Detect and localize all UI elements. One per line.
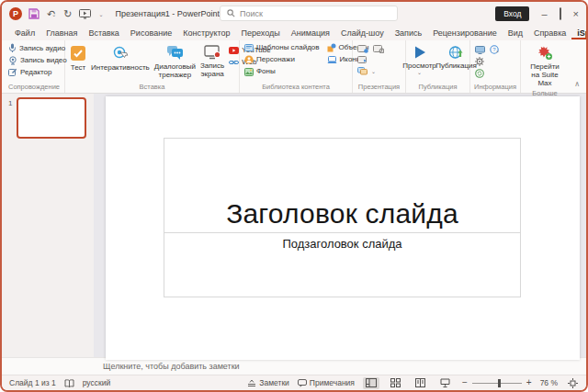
quiz-button[interactable]: Тест <box>68 42 88 72</box>
interaction-button[interactable]: Интерактивность <box>89 42 152 72</box>
editor-icon <box>8 68 17 77</box>
backgrounds-button[interactable]: Фоны <box>243 66 277 77</box>
tab-insert[interactable]: Вставка <box>83 28 124 39</box>
statusbar-right: Заметки Примечания − + <box>247 377 579 389</box>
ribbon-tabs: Файл Главная Вставка Рисование Конструкт… <box>2 26 586 40</box>
comments-icon <box>298 379 307 387</box>
view-slide-sorter-button[interactable] <box>388 377 404 389</box>
tab-transitions[interactable]: Переходы <box>236 28 286 39</box>
view-slideshow-button[interactable] <box>437 377 454 389</box>
group-accompany: Запись аудио Запись видео Редактор Сопро… <box>4 40 65 93</box>
powerpoint-window: P ↶ ⌄ ↻ ⌄ Презентация1 - PowerPoint Prev… <box>0 0 588 392</box>
tab-home[interactable]: Главная <box>40 28 83 39</box>
interaction-label: Интерактивность <box>91 63 150 72</box>
tab-draw[interactable]: Рисование <box>125 28 177 39</box>
close-button[interactable]: × <box>573 9 579 19</box>
collapse-ribbon-button[interactable]: ∧ <box>574 81 580 88</box>
dialog-sim-button[interactable]: Диалоговый тренажер <box>153 42 198 79</box>
zoom-control: − + <box>462 378 532 387</box>
title-placeholder[interactable]: Заголовок слайда <box>164 138 521 233</box>
preview-button[interactable]: Просмотр ⌄ <box>402 42 437 76</box>
subtitle-placeholder[interactable]: Подзаголовок слайда <box>164 232 521 297</box>
screen-recording-button[interactable]: Запись экрана <box>198 42 226 78</box>
microphone-icon <box>8 43 17 53</box>
slide-thumbnail-panel[interactable]: 1 <box>2 94 94 357</box>
player-button[interactable] <box>357 56 368 64</box>
zoom-slider-handle[interactable] <box>498 379 501 387</box>
group-label-content-library: Библиотека контента <box>243 82 349 93</box>
preview-label: Просмотр <box>402 62 436 70</box>
notes-toggle-button[interactable]: Заметки <box>247 378 289 387</box>
view-reading-button[interactable] <box>413 377 429 389</box>
tab-ispring-suite[interactable]: iSpring Suite 11 <box>571 28 588 39</box>
thumbnail-number: 1 <box>8 99 12 107</box>
tab-animations[interactable]: Анимация <box>286 28 335 39</box>
search-placeholder: Поиск <box>240 9 263 18</box>
search-input[interactable]: Поиск <box>220 6 398 21</box>
backgrounds-label: Фоны <box>256 67 276 76</box>
presentation-settings-button[interactable] <box>373 45 384 53</box>
slide-templates-button[interactable]: Шаблоны слайдов <box>243 42 322 53</box>
slide-thumbnail-1[interactable] <box>17 97 86 139</box>
tab-record[interactable]: Запись <box>390 28 428 39</box>
publish-button[interactable]: Публикация <box>439 42 474 70</box>
settings-gear-button[interactable] <box>475 57 484 66</box>
icons-library-icon <box>327 56 337 64</box>
minimize-button[interactable]: – <box>541 9 547 19</box>
powerpoint-logo-icon: P <box>9 7 22 20</box>
maximize-button[interactable] <box>560 9 561 19</box>
editor-button[interactable]: Редактор <box>6 67 53 78</box>
group-insert: Тест Интерактивность Диалоговый тренажер… <box>65 40 240 93</box>
record-video-label: Запись видео <box>20 56 67 65</box>
signin-button[interactable]: Вход <box>495 6 529 21</box>
save-icon[interactable] <box>28 8 40 19</box>
suite-max-button[interactable]: Перейти на Suite Max <box>524 42 566 88</box>
slide-subtitle-text: Подзаголовок слайда <box>282 233 401 251</box>
tab-review[interactable]: Рецензирование <box>427 28 503 39</box>
titlebar-right: Вход – × <box>495 6 579 21</box>
slide-editor: Заголовок слайда Подзаголовок слайда <box>94 94 586 357</box>
group-label-accompany: Сопровождение <box>6 82 62 93</box>
group-information: ? ⌄ Информация <box>470 40 521 93</box>
group-label-insert: Вставка <box>68 82 236 93</box>
screen-recording-label: Запись экрана <box>200 62 224 78</box>
interaction-icon <box>112 45 129 62</box>
system-info-button[interactable] <box>475 46 485 54</box>
record-video-button[interactable]: Запись видео <box>6 55 69 66</box>
spellcheck-button[interactable] <box>64 379 74 387</box>
record-audio-button[interactable]: Запись аудио <box>6 42 67 54</box>
quiz-icon <box>70 45 86 62</box>
tab-view[interactable]: Вид <box>503 28 528 39</box>
characters-button[interactable]: Персонажи <box>243 54 297 65</box>
qat-customize-icon[interactable]: ⌄ <box>98 11 103 17</box>
language-indicator[interactable]: русский <box>83 378 111 387</box>
preview-dropdown-icon: ⌄ <box>417 70 422 76</box>
tab-file[interactable]: Файл <box>9 28 40 39</box>
undo-button[interactable]: ↶ ⌄ <box>47 9 56 19</box>
help-button[interactable]: ? ⌄ <box>490 45 500 54</box>
zoom-in-button[interactable]: + <box>526 378 532 387</box>
slide-title-text: Заголовок слайда <box>226 198 458 232</box>
tab-design[interactable]: Конструктор <box>177 28 235 39</box>
zoom-out-button[interactable]: − <box>462 378 468 387</box>
view-slideshow-icon <box>440 378 450 387</box>
group-presentation: ⌄ Презентация <box>353 40 406 93</box>
zoom-percentage[interactable]: 76 % <box>540 378 558 387</box>
tab-slideshow[interactable]: Слайд-шоу <box>335 28 390 39</box>
fit-slide-button[interactable] <box>566 377 579 389</box>
characters-icon <box>244 55 254 64</box>
help-dropdown-icon: ⌄ <box>495 47 500 53</box>
comments-button[interactable]: Примечания <box>298 378 355 387</box>
group-label-information: Информация <box>473 82 517 93</box>
presentation-info-button[interactable] <box>357 45 368 53</box>
tab-help[interactable]: Справка <box>528 28 571 39</box>
maximize-icon <box>560 7 561 20</box>
view-normal-button[interactable] <box>363 377 379 389</box>
slide-canvas[interactable]: Заголовок слайда Подзаголовок слайда <box>106 96 580 360</box>
zoom-slider[interactable] <box>472 383 522 384</box>
start-slideshow-icon[interactable] <box>79 9 91 19</box>
color-themes-button[interactable] <box>357 67 368 75</box>
slide-counter: Слайд 1 из 1 <box>9 378 56 387</box>
redo-icon[interactable]: ↻ <box>63 9 72 19</box>
check-updates-button[interactable] <box>475 69 484 78</box>
